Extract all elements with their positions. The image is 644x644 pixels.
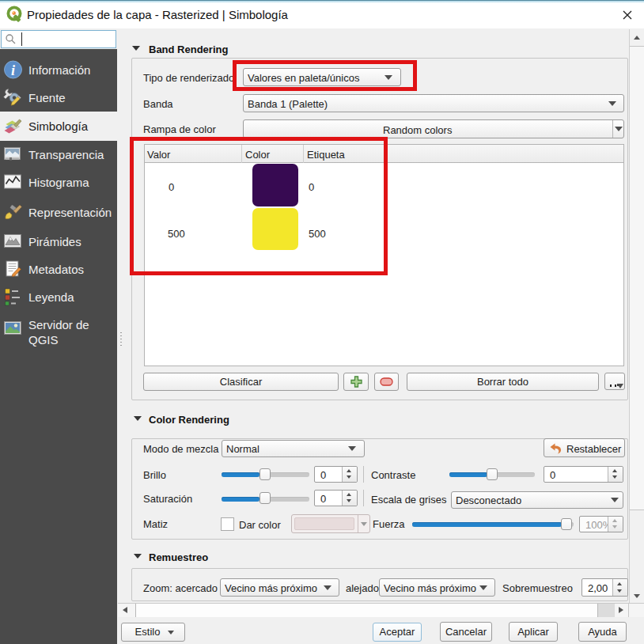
svg-text:i: i [11, 62, 15, 78]
